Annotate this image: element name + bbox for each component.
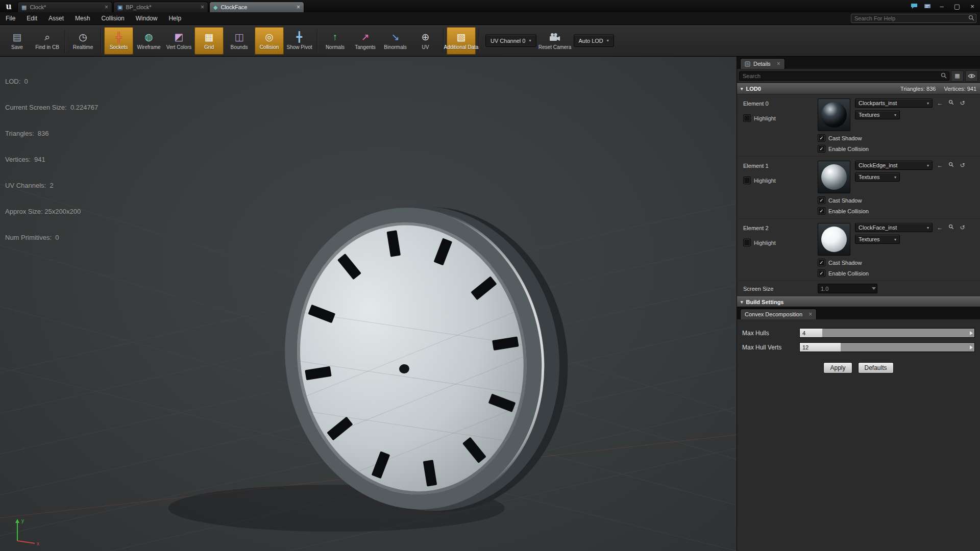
tab-details[interactable]: Details × bbox=[740, 58, 785, 69]
max-hulls-slider[interactable]: 4 bbox=[799, 328, 975, 338]
stat-lod: LOD: 0 bbox=[5, 77, 98, 86]
textures-dropdown[interactable]: Textures ▾ bbox=[855, 235, 900, 244]
toolbar-button-reset-camera[interactable]: Reset Camera bbox=[541, 27, 570, 55]
close-button[interactable]: × bbox=[965, 0, 980, 12]
defaults-button[interactable]: Defaults bbox=[858, 362, 894, 373]
menu-item-window[interactable]: Window bbox=[130, 12, 163, 24]
auto-lod-dropdown[interactable]: Auto LOD ▾ bbox=[574, 34, 614, 47]
material-name: ClockEdge_inst bbox=[859, 162, 897, 168]
material-select-combo[interactable]: Clockparts_inst ▾ bbox=[855, 98, 933, 108]
menu-item-collision[interactable]: Collision bbox=[95, 12, 130, 24]
material-select-combo[interactable]: ClockEdge_inst ▾ bbox=[855, 161, 933, 170]
menu-item-mesh[interactable]: Mesh bbox=[69, 12, 95, 24]
expander-icon[interactable]: ▾ bbox=[741, 86, 743, 91]
menu-item-asset[interactable]: Asset bbox=[43, 12, 69, 24]
enable-collision-checkbox[interactable]: ✓ bbox=[818, 145, 825, 153]
spinner-icon[interactable] bbox=[872, 287, 876, 290]
cast-shadow-checkbox[interactable]: ✓ bbox=[818, 259, 825, 266]
element-name: Element 1 bbox=[743, 163, 818, 169]
right-pane: Details × ▦ bbox=[737, 57, 980, 551]
toolbar-button-save[interactable]: ▤ Save bbox=[3, 27, 32, 55]
tab-close-icon[interactable]: × bbox=[297, 4, 300, 10]
close-icon[interactable]: × bbox=[777, 61, 780, 67]
reset-to-default-icon[interactable]: ↺ bbox=[959, 162, 966, 169]
reset-to-default-icon[interactable]: ↺ bbox=[959, 99, 966, 107]
toolbar-button-additional-data[interactable]: ▧ Additional Data bbox=[447, 27, 476, 55]
highlight-label: Highlight bbox=[754, 240, 776, 246]
max-hull-verts-row: Max Hull Verts 12 bbox=[742, 342, 975, 352]
minimize-button[interactable]: – bbox=[934, 0, 949, 12]
toolbar-button-realtime[interactable]: ◷ Realtime bbox=[68, 27, 97, 55]
display-filter-button[interactable] bbox=[965, 70, 978, 82]
community-icon[interactable] bbox=[921, 3, 934, 9]
viewport-3d[interactable]: LOD: 0 Current Screen Size: 0.224767 Tri… bbox=[0, 57, 737, 551]
material-sphere-preview bbox=[821, 164, 847, 190]
textures-dropdown[interactable]: Textures ▾ bbox=[855, 110, 900, 119]
tab-close-icon[interactable]: × bbox=[201, 4, 204, 10]
toolbar-button-wireframe[interactable]: ◍ Wireframe bbox=[134, 27, 163, 55]
browse-to-asset-icon[interactable] bbox=[947, 99, 955, 107]
enable-collision-checkbox[interactable]: ✓ bbox=[818, 269, 825, 277]
material-thumbnail[interactable] bbox=[818, 98, 850, 131]
menu-item-help[interactable]: Help bbox=[163, 12, 187, 24]
toolbar-button-collision[interactable]: ◎ Collision bbox=[255, 27, 284, 55]
details-search-input[interactable] bbox=[739, 71, 949, 81]
use-selected-asset-icon[interactable]: ← bbox=[936, 99, 944, 107]
asset-tab-bp-clock[interactable]: ▣ BP_clock* × bbox=[113, 2, 208, 12]
slider-handle-icon[interactable] bbox=[970, 331, 973, 335]
cast-shadow-checkbox[interactable]: ✓ bbox=[818, 196, 825, 204]
wireframe-icon: ◍ bbox=[144, 32, 153, 43]
browse-to-asset-icon[interactable] bbox=[947, 224, 955, 231]
lod0-section-header[interactable]: ▾ LOD0 Triangles: 836 Vertices: 941 bbox=[737, 83, 980, 94]
browse-to-asset-icon[interactable] bbox=[947, 162, 955, 169]
maximize-button[interactable]: ▢ bbox=[949, 0, 965, 12]
toolbar-button-vert-colors[interactable]: ◩ Vert Colors bbox=[164, 27, 193, 55]
titlebar-right: – ▢ × bbox=[908, 0, 980, 12]
material-select-combo[interactable]: ClockFace_inst ▾ bbox=[855, 223, 933, 232]
menu-item-file[interactable]: File bbox=[0, 12, 21, 24]
property-matrix-button[interactable]: ▦ bbox=[951, 70, 964, 82]
toolbar-button-binormals[interactable]: ↘ Binormals bbox=[381, 27, 410, 55]
use-selected-asset-icon[interactable]: ← bbox=[936, 162, 944, 169]
viewport-3d-canvas[interactable] bbox=[0, 57, 737, 551]
cast-shadow-label: Cast Shadow bbox=[828, 197, 862, 204]
help-search-input[interactable] bbox=[851, 14, 976, 23]
material-thumbnail[interactable] bbox=[818, 161, 850, 193]
max-hull-verts-slider[interactable]: 12 bbox=[799, 342, 975, 352]
cast-shadow-checkbox[interactable]: ✓ bbox=[818, 134, 825, 142]
asset-tab-clock[interactable]: ▦ Clock* × bbox=[17, 2, 112, 12]
highlight-checkbox[interactable]: ✓ bbox=[743, 239, 751, 246]
tab-convex-decomposition[interactable]: Convex Decomposition × bbox=[740, 309, 817, 319]
screen-size-input[interactable] bbox=[818, 284, 877, 293]
material-thumbnail[interactable] bbox=[818, 223, 850, 256]
toolbar-button-sockets[interactable]: ╬ Sockets bbox=[104, 27, 133, 55]
toolbar-button-tangents[interactable]: ↗ Tangents bbox=[351, 27, 380, 55]
slider-handle-icon[interactable] bbox=[970, 345, 973, 349]
textures-dropdown[interactable]: Textures ▾ bbox=[855, 172, 900, 182]
eye-icon bbox=[968, 73, 975, 79]
asset-tabs: ▦ Clock* × ▣ BP_clock* × ◆ ClockFace × bbox=[17, 0, 304, 12]
enable-collision-checkbox[interactable]: ✓ bbox=[818, 207, 825, 215]
asset-tab-clockface[interactable]: ◆ ClockFace × bbox=[209, 2, 304, 12]
uv-channel-dropdown[interactable]: UV Channel 0 ▾ bbox=[485, 34, 536, 47]
tab-close-icon[interactable]: × bbox=[105, 4, 108, 10]
highlight-checkbox[interactable]: ✓ bbox=[743, 177, 751, 184]
menu-item-edit[interactable]: Edit bbox=[21, 12, 43, 24]
toolbar-button-uv[interactable]: ⊕ UV bbox=[411, 27, 440, 55]
feedback-bubble-icon[interactable] bbox=[908, 3, 921, 9]
apply-button[interactable]: Apply bbox=[823, 362, 852, 373]
stat-screen-size: Current Screen Size: 0.224767 bbox=[5, 103, 98, 112]
toolbar-button-normals[interactable]: ↑ Normals bbox=[321, 27, 350, 55]
enable-collision-label: Enable Collision bbox=[828, 270, 869, 277]
close-icon[interactable]: × bbox=[808, 311, 812, 317]
element-name: Element 0 bbox=[743, 101, 818, 107]
highlight-checkbox[interactable]: ✓ bbox=[743, 114, 751, 122]
expander-icon[interactable]: ▾ bbox=[741, 299, 743, 305]
use-selected-asset-icon[interactable]: ← bbox=[936, 224, 944, 231]
toolbar-button-grid[interactable]: ▦ Grid bbox=[194, 27, 224, 55]
build-settings-section-header[interactable]: ▾ Build Settings bbox=[737, 296, 980, 307]
toolbar-button-show-pivot[interactable]: ╋ Show Pivot bbox=[285, 27, 314, 55]
reset-to-default-icon[interactable]: ↺ bbox=[959, 224, 966, 231]
toolbar-button-find-in-cb[interactable]: ⌕ Find in CB bbox=[33, 27, 62, 55]
toolbar-button-bounds[interactable]: ◫ Bounds bbox=[225, 27, 254, 55]
